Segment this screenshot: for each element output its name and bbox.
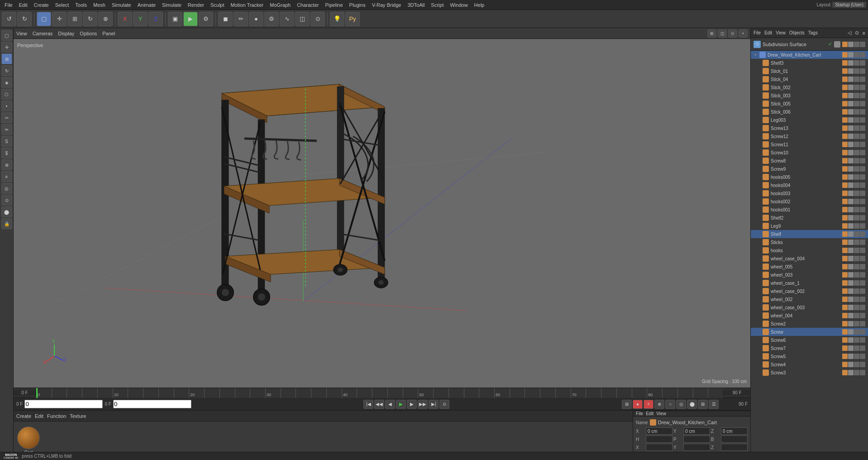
cube-btn[interactable]: ◼	[218, 12, 233, 26]
python-btn[interactable]: Py	[345, 12, 360, 26]
next-frame-btn[interactable]: ▶▶	[418, 400, 428, 409]
p-input[interactable]	[683, 436, 710, 443]
sidebar-rotate[interactable]: ↻	[1, 65, 12, 76]
sidebar-twist[interactable]: ⊛	[1, 159, 12, 170]
attr-view[interactable]: View	[656, 411, 666, 416]
render-settings-btn[interactable]: ⚙	[199, 12, 213, 26]
obj-list-item[interactable]: wheel_case_002	[751, 287, 868, 295]
sidebar-scale[interactable]: ⊞	[1, 53, 12, 64]
menu-motion-tracker[interactable]: Motion Tracker	[228, 1, 267, 9]
menu-create[interactable]: Create	[31, 1, 52, 9]
vp-menu-cameras[interactable]: Cameras	[33, 31, 53, 36]
attr-file[interactable]: File	[636, 411, 643, 416]
obj-list-item[interactable]: Stick_002	[751, 83, 868, 91]
next-step-btn[interactable]: ▶	[407, 400, 417, 409]
extra-btn6[interactable]: ◎	[676, 400, 686, 409]
obj-list-item[interactable]: Shelf	[751, 230, 868, 238]
extra-btn8[interactable]: ⊞	[698, 400, 708, 409]
mat-edit[interactable]: Edit	[35, 413, 43, 419]
extra-btn5[interactable]: ○	[665, 400, 675, 409]
render-view-btn[interactable]: ▣	[168, 12, 182, 26]
prev-frame-btn[interactable]: ◀◀	[374, 400, 384, 409]
obj-header-icon3[interactable]: ≡	[863, 30, 865, 36]
extra-btn2[interactable]: ●	[633, 400, 643, 409]
vp-menu-options[interactable]: Options	[80, 31, 97, 36]
redo-btn[interactable]: ↻	[17, 12, 32, 26]
sidebar-pen[interactable]: ✏	[1, 124, 12, 135]
menu-sculpt[interactable]: Sculpt	[208, 1, 227, 9]
gear-btn[interactable]: ⚙	[264, 12, 279, 26]
menu-tools[interactable]: Tools	[72, 1, 90, 9]
b-input[interactable]	[721, 436, 748, 443]
extra-btn3[interactable]: ×	[644, 400, 653, 409]
material-ball-cart[interactable]	[17, 426, 40, 449]
sx-input[interactable]	[646, 444, 672, 451]
obj-list-item[interactable]: Shelf3	[751, 59, 868, 67]
menu-simulate[interactable]: Simulate	[109, 1, 134, 9]
sz-input[interactable]	[721, 444, 748, 451]
select-tool[interactable]: ▢	[37, 12, 51, 26]
obj-list-item[interactable]: Stick_01	[751, 67, 868, 75]
extra-btn4[interactable]: ⊕	[654, 400, 664, 409]
obj-list-item[interactable]: Stick_003	[751, 91, 868, 100]
menu-window[interactable]: Window	[447, 1, 470, 9]
menu-plugins[interactable]: Plugins	[347, 1, 368, 9]
timeline-ruler[interactable]: 0102030405060708090	[36, 388, 723, 398]
extra-btn7[interactable]: ⬤	[687, 400, 697, 409]
obj-list-item[interactable]: Screw12	[751, 132, 868, 140]
menu-pipeline[interactable]: Pipeline	[322, 1, 345, 9]
sidebar-magnet[interactable]: $	[1, 148, 12, 158]
subdiv-checkbox[interactable]	[834, 41, 840, 48]
sidebar-move[interactable]: ✛	[1, 42, 12, 53]
vp-icon4[interactable]: +	[739, 29, 748, 38]
obj-list-item[interactable]: wheel_case_004	[751, 254, 868, 263]
obj-list-item[interactable]: hooks001	[751, 206, 868, 214]
playhead[interactable]	[36, 388, 38, 398]
obj-view[interactable]: View	[776, 30, 786, 35]
menu-mograph[interactable]: MoGraph	[267, 1, 293, 9]
y-pos-input[interactable]	[683, 427, 710, 435]
obj-list-item[interactable]: Screw	[751, 328, 868, 336]
obj-header-icon2[interactable]: ⊙	[855, 30, 859, 36]
sidebar-edge[interactable]: ⬡	[1, 89, 12, 100]
vp-icon3[interactable]: ⊙	[728, 29, 737, 38]
obj-list-item[interactable]: Screw11	[751, 140, 868, 149]
obj-list-item[interactable]: hooks004	[751, 181, 868, 189]
vp-icon1[interactable]: ⊞	[707, 29, 716, 38]
sidebar-select[interactable]: ▢	[1, 30, 12, 41]
viewport-3d[interactable]: Perspective X Z Y Grid Spacing : 100 cm	[14, 39, 750, 388]
pen-btn[interactable]: ✏	[234, 12, 248, 26]
sidebar-layers[interactable]: ≡	[1, 171, 12, 182]
menu-simulate2[interactable]: Simulate	[159, 1, 184, 9]
mat-function[interactable]: Function	[47, 413, 66, 419]
vp-menu-view[interactable]: View	[16, 31, 27, 36]
menu-vray[interactable]: V-Ray Bridge	[369, 1, 404, 9]
obj-list-item[interactable]: Leg9	[751, 222, 868, 230]
obj-list-item[interactable]: Screw7	[751, 344, 868, 352]
obj-list-item[interactable]: Leg003	[751, 116, 868, 124]
light-btn[interactable]: 💡	[330, 12, 344, 26]
curve-btn[interactable]: ∿	[280, 12, 294, 26]
camera-btn[interactable]: ◫	[295, 12, 310, 26]
obj-list-item[interactable]: hooks	[751, 246, 868, 254]
undo-btn[interactable]: ↺	[2, 12, 16, 26]
obj-list-item[interactable]: wheel_002	[751, 295, 868, 303]
obj-list-item[interactable]: Screw2	[751, 320, 868, 328]
menu-select[interactable]: Select	[52, 1, 72, 9]
obj-list-item[interactable]: Screw8	[751, 157, 868, 165]
sidebar-color[interactable]: ◎	[1, 183, 12, 194]
obj-list-item[interactable]: hooks005	[751, 173, 868, 181]
obj-list-item[interactable]: wheel_004	[751, 311, 868, 320]
sidebar-lock[interactable]: 🔒	[1, 218, 12, 229]
obj-list-item[interactable]: Screw6	[751, 336, 868, 344]
play-btn[interactable]: ▶	[396, 400, 406, 409]
sy-input[interactable]	[683, 444, 710, 451]
obj-list-item[interactable]: Screw3	[751, 369, 868, 377]
current-frame-input[interactable]	[113, 400, 191, 408]
obj-objects[interactable]: Objects	[789, 30, 805, 35]
x-pos-input[interactable]	[646, 427, 672, 435]
z-pos-input[interactable]	[721, 427, 748, 435]
goto-end-btn[interactable]: ▶|	[429, 400, 439, 409]
obj-edit[interactable]: Edit	[764, 30, 772, 35]
layout-selector[interactable]: Startup (User)	[832, 2, 866, 8]
